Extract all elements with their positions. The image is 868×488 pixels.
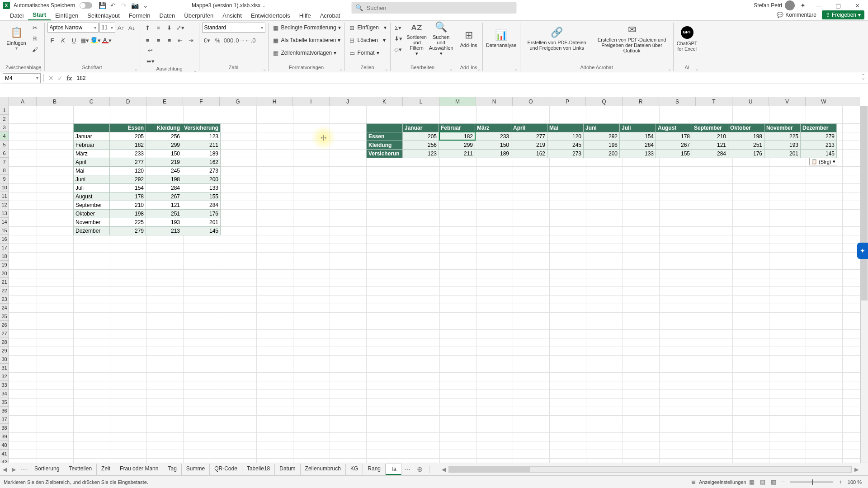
table-cell[interactable]: 277	[511, 132, 547, 141]
acrobat-links-button[interactable]: 🔗Erstellen von PDF-Dateien und Freigeben…	[523, 23, 591, 55]
row-header[interactable]: 31	[0, 364, 9, 372]
table-header[interactable]: Kleidung	[146, 124, 182, 132]
view-page-layout-icon[interactable]: ▤	[757, 479, 768, 485]
clear-icon[interactable]: ◇▾	[393, 44, 403, 54]
delete-cells-button[interactable]: ⊟Löschen ▾	[348, 35, 387, 45]
sheet-tab[interactable]: Datum	[275, 464, 300, 475]
table-cell[interactable]: April	[74, 158, 110, 167]
worksheet-area[interactable]: ABCDEFGHIJKLMNOPQRSTUVW 1234567891011121…	[0, 97, 868, 463]
column-header[interactable]: V	[769, 97, 806, 106]
hscroll-right[interactable]: ▶	[852, 466, 861, 473]
table-header[interactable]: August	[656, 124, 692, 132]
sheet-tab[interactable]: KG	[346, 464, 363, 475]
table-cell[interactable]: 145	[801, 150, 837, 158]
zoom-value[interactable]: 100 %	[845, 479, 864, 485]
column-header[interactable]: P	[549, 97, 586, 106]
fill-icon[interactable]: ⬇▾	[393, 33, 403, 43]
table-header[interactable]: April	[511, 124, 547, 132]
table-header[interactable]: Essen	[110, 124, 146, 132]
column-headers[interactable]: ABCDEFGHIJKLMNOPQRSTUVW	[9, 97, 860, 106]
cancel-formula-icon[interactable]: ✕	[47, 74, 56, 83]
font-name-selector[interactable]: Aptos Narrow▾	[47, 23, 99, 33]
table-cell[interactable]: 267	[656, 141, 692, 150]
table-cell[interactable]: 205	[110, 132, 146, 141]
close-button[interactable]: ✕	[849, 0, 865, 10]
row-header[interactable]: 5	[0, 141, 9, 149]
format-cells-button[interactable]: ▭Format ▾	[348, 48, 380, 58]
column-header[interactable]: I	[293, 97, 330, 106]
table-cell[interactable]: Essen	[367, 132, 403, 141]
chatgpt-button[interactable]: GPTChatGPT for Excel	[676, 23, 698, 55]
table-cell[interactable]: Januar	[74, 132, 110, 141]
table-cell[interactable]: Oktober	[74, 210, 110, 218]
table-header[interactable]: Versicherung	[182, 124, 221, 132]
conditional-formatting-button[interactable]: ▦Bedingte Formatierung ▾	[271, 23, 342, 33]
table-cell[interactable]: 121	[146, 201, 182, 210]
table-cell[interactable]: 225	[764, 132, 801, 141]
table-header[interactable]	[367, 124, 403, 132]
table-cell[interactable]: 245	[146, 167, 182, 175]
sheet-tab[interactable]: Zeilenumbruch	[301, 464, 346, 475]
tab-ansicht[interactable]: Ansicht	[218, 11, 246, 20]
table-cell[interactable]: 256	[403, 141, 439, 150]
table-cell[interactable]: 213	[801, 141, 837, 150]
table-cell[interactable]: August	[74, 192, 110, 201]
table-cell[interactable]: 178	[656, 132, 692, 141]
align-right-icon[interactable]: ≡	[165, 35, 175, 45]
column-header[interactable]: R	[623, 97, 659, 106]
row-header[interactable]: 42	[0, 458, 9, 463]
table-header[interactable]	[74, 124, 110, 132]
format-as-table-button[interactable]: ▦Als Tabelle formatieren ▾	[271, 35, 342, 45]
align-left-icon[interactable]: ≡	[143, 35, 153, 45]
zoom-out-button[interactable]: −	[779, 479, 788, 485]
search-input[interactable]	[367, 5, 513, 11]
copilot-side-badge[interactable]: ✦	[857, 243, 868, 259]
column-header[interactable]: C	[73, 97, 110, 106]
table-cell[interactable]: 284	[182, 201, 221, 210]
table-cell[interactable]: 219	[511, 141, 547, 150]
column-header[interactable]: G	[220, 97, 256, 106]
paste-button[interactable]: 📋Einfügen▾	[5, 23, 27, 55]
cut-icon[interactable]: ✂	[30, 23, 40, 33]
row-header[interactable]: 8	[0, 166, 9, 175]
table-header[interactable]: Juni	[584, 124, 620, 132]
row-header[interactable]: 6	[0, 149, 9, 158]
new-sheet-button[interactable]: ⊕	[413, 465, 426, 474]
row-header[interactable]: 3	[0, 123, 9, 132]
row-header[interactable]: 24	[0, 304, 9, 312]
hscroll-left[interactable]: ◀	[439, 466, 448, 473]
table-cell[interactable]: 133	[182, 184, 221, 192]
increase-decimal-icon[interactable]: .0→	[235, 35, 245, 45]
table-header[interactable]: September	[692, 124, 728, 132]
row-header[interactable]: 40	[0, 441, 9, 450]
decrease-font-icon[interactable]: A↓	[127, 23, 137, 33]
sheet-tab[interactable]: Tag	[163, 464, 181, 475]
column-header[interactable]: T	[696, 97, 732, 106]
table-cell[interactable]: 198	[146, 175, 182, 184]
table-cell[interactable]: 225	[110, 218, 146, 227]
fx-icon[interactable]: fx	[66, 75, 72, 82]
orientation-icon[interactable]: ⤢▾	[175, 23, 185, 33]
ribbon-collapse-icon[interactable]: ⌄	[861, 70, 865, 76]
table-cell[interactable]: März	[74, 150, 110, 158]
table-cell[interactable]: 155	[182, 192, 221, 201]
table-cell[interactable]: 219	[146, 158, 182, 167]
column-header[interactable]: F	[183, 97, 220, 106]
table-transposed[interactable]: JanuarFebruarMärzAprilMaiJuniJuliAugustS…	[366, 123, 837, 158]
row-header[interactable]: 38	[0, 424, 9, 432]
column-header[interactable]: L	[403, 97, 439, 106]
tab-hilfe[interactable]: Hilfe	[295, 11, 316, 20]
column-header[interactable]: J	[330, 97, 366, 106]
save-icon[interactable]: 💾	[98, 1, 106, 9]
column-header[interactable]: E	[146, 97, 183, 106]
row-header[interactable]: 21	[0, 278, 9, 286]
copy-icon[interactable]: ⎘	[30, 33, 40, 43]
table-cell[interactable]: 284	[692, 150, 728, 158]
table-cell[interactable]: 284	[620, 141, 656, 150]
italic-icon[interactable]: K	[58, 35, 68, 45]
column-header[interactable]: U	[732, 97, 769, 106]
font-size-selector[interactable]: 11▾	[99, 23, 115, 33]
column-header[interactable]: Q	[586, 97, 623, 106]
undo-icon[interactable]: ↶	[109, 1, 117, 9]
tab-daten[interactable]: Daten	[155, 11, 180, 20]
